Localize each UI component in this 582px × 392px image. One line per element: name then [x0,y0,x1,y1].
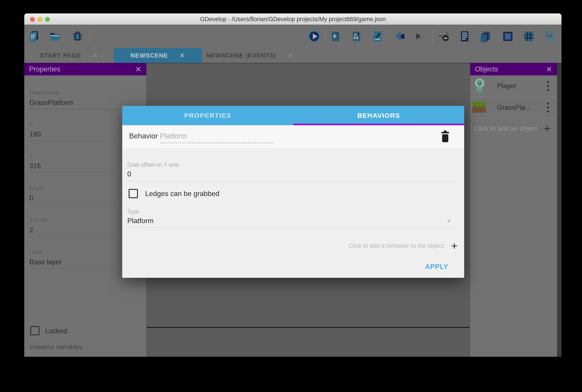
close-tab-icon[interactable]: ✕ [93,52,98,59]
grab-offset-label: Grab offset on Y axis [127,162,179,168]
open-folder-icon[interactable] [49,30,61,43]
object-name-field[interactable]: Object name GrassPlatform [29,89,126,109]
field-label: Object name [29,89,126,96]
scrollbar-gutter [557,63,561,357]
close-tab-icon[interactable]: ✕ [288,52,293,59]
add-behavior-button[interactable]: Click to add a behavior to the object: + [349,240,457,251]
type-select[interactable]: Platform [127,217,154,225]
panel-title: Objects [475,65,498,73]
pages-icon[interactable] [28,30,41,43]
behavior-name-input[interactable]: Platform [160,132,187,140]
object-row-grassplatform[interactable]: GrassPla... [470,97,557,118]
preview-play-icon[interactable] [308,30,321,43]
undo-icon[interactable] [393,30,406,43]
tab-bar: START PAGE ✕ NEWSCENE ✕ NEWSCENE (EVENTS… [24,48,561,63]
window-frame-icon[interactable] [501,30,514,43]
object-name: Player [497,82,516,90]
delete-behavior-trash-icon[interactable] [440,130,450,143]
behavior-label: Behavior [129,132,158,140]
behavior-name-underline [160,142,274,143]
toolbar: 1:1 [24,25,561,48]
tab-label: START PAGE [40,52,81,59]
grass-platform-icon [472,102,486,114]
object-menu-kebab-icon[interactable] [547,81,549,91]
edit-page-icon[interactable] [371,30,384,43]
player-object-icon [473,78,486,94]
panel-title: Properties [29,65,60,73]
add-object-button[interactable]: Click to add an object + [470,118,557,139]
behaviors-dialog: PROPERTIES BEHAVIORS Behavior Platform G… [122,106,464,278]
instances-list-icon[interactable] [458,30,471,43]
mask-icon[interactable] [437,30,450,43]
grab-offset-input[interactable]: 0 [127,170,131,178]
close-tab-icon[interactable]: ✕ [179,52,185,59]
locked-label: Locked [45,327,67,335]
behavior-row: Behavior Platform [122,125,464,148]
tab-newscene[interactable]: NEWSCENE ✕ [114,48,202,63]
dialog-tab-bar: PROPERTIES BEHAVIORS [122,106,464,125]
close-panel-icon[interactable]: ✕ [546,65,552,74]
layers-icon[interactable] [479,30,492,43]
type-label: Type [127,208,139,215]
tab-newscene-events[interactable]: NEWSCENE (EVENTS) ✕ [202,48,298,63]
dialog-tab-behaviors[interactable]: BEHAVIORS [293,106,464,125]
objects-page-icon[interactable] [350,30,363,43]
title-bar: GDevelop - /Users/florian/GDevelop proje… [24,14,561,25]
object-row-player[interactable]: Player [470,76,557,97]
type-underline [127,227,458,228]
redo-icon[interactable] [414,30,427,43]
object-name: GrassPla... [497,104,531,112]
zoom-fit-icon[interactable]: 1:1 [544,30,557,43]
tab-label: NEWSCENE (EVENTS) [206,52,276,59]
plus-icon[interactable]: + [544,123,550,134]
properties-panel-header: Properties ✕ [24,63,146,76]
active-tab-indicator [293,124,464,125]
add-object-label: Click to add an object [474,125,537,132]
apply-button[interactable]: APPLY [425,263,448,271]
instance-variables-heading: Instance variables [29,343,83,351]
locked-checkbox[interactable] [30,326,40,335]
grab-offset-underline [127,180,458,181]
scene-page-icon[interactable] [329,30,342,43]
ledges-label: Ledges can be grabbed [145,190,219,198]
field-value[interactable]: GrassPlatform [29,98,126,107]
svg-text:1:1: 1:1 [547,34,552,38]
add-behavior-label: Click to add a behavior to the object: [349,242,445,249]
object-menu-kebab-icon[interactable] [547,102,549,112]
objects-panel: Objects ✕ Player GrassPla... Click to ad… [470,63,557,357]
chevron-down-icon[interactable]: ▼ [446,218,452,224]
grid-icon[interactable] [522,30,535,43]
ledges-checkbox[interactable] [129,189,138,198]
scene-window-edge [147,327,470,328]
dialog-tab-properties[interactable]: PROPERTIES [122,106,293,125]
tab-label: NEWSCENE [131,52,168,59]
close-panel-icon[interactable]: ✕ [135,65,142,74]
debugger-icon[interactable] [71,30,84,43]
window-title: GDevelop - /Users/florian/GDevelop proje… [24,16,561,23]
objects-panel-header: Objects ✕ [470,63,557,76]
gdevelop-window: GDevelop - /Users/florian/GDevelop proje… [24,14,561,357]
plus-icon[interactable]: + [451,240,457,251]
tab-start-page[interactable]: START PAGE ✕ [24,48,114,63]
